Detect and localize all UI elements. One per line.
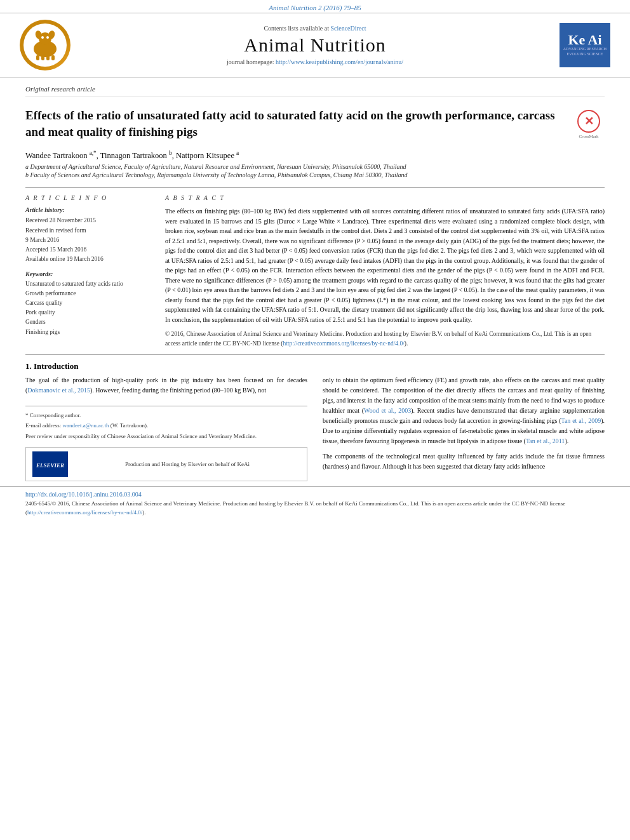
elsevier-logo: ELSEVIER	[32, 451, 68, 477]
svg-rect-8	[46, 55, 50, 60]
doi-link[interactable]: http://dx.doi.org/10.1016/j.aninu.2016.0…	[25, 491, 142, 498]
authors-line: Wandee Tartrakoon a,*, Tinnagon Tartrako…	[25, 150, 605, 161]
title-section: Effects of the ratio of unsaturated fatt…	[25, 102, 605, 145]
intro-section: 1. Introduction The goal of the producti…	[25, 361, 605, 482]
journal-header-center: Contents lists available at ScienceDirec…	[80, 25, 550, 65]
journal-name: Animal Nutrition	[80, 34, 550, 56]
ref-dokmanovic[interactable]: Dokmanovic et al., 2015	[27, 387, 90, 394]
keai-logo: Ke Ai ADVANCING RESEARCHEVOLVING SCIENCE	[560, 23, 610, 67]
keai-logo-text: Ke Ai	[568, 33, 601, 47]
footnote-peer-review: Peer review under responsibility of Chin…	[25, 432, 307, 441]
keyword-6: Finishing pigs	[25, 328, 152, 337]
contents-label: Contents lists available at ScienceDirec…	[80, 25, 550, 32]
available-date: Available online 19 March 2016	[25, 255, 152, 263]
journal-header: Contents lists available at ScienceDirec…	[0, 13, 630, 77]
intro-para-right-2: The components of the technological meat…	[323, 451, 605, 472]
page-wrapper: Animal Nutrition 2 (2016) 79–85	[0, 0, 630, 519]
elsevier-box: ELSEVIER Production and Hosting by Elsev…	[25, 447, 307, 481]
affiliation-b: b Faculty of Sciences and Agricultural T…	[25, 171, 605, 178]
journal-logo-circle	[20, 20, 70, 70]
journal-homepage: journal homepage: http://www.keaipublish…	[80, 58, 550, 65]
article-info-abstract: A R T I C L E I N F O Article history: R…	[25, 187, 605, 355]
crossmark-label: CrossMark	[579, 134, 598, 139]
bottom-cc-link[interactable]: http://creativecommons.org/licenses/by-n…	[27, 509, 142, 516]
keai-tagline: ADVANCING RESEARCHEVOLVING SCIENCE	[563, 47, 607, 57]
journal-animal-icon	[29, 29, 62, 62]
article-info-col: A R T I C L E I N F O Article history: R…	[25, 194, 152, 348]
crossmark-icon: ✕	[577, 110, 600, 133]
article-content: Original research article Effects of the…	[0, 77, 630, 481]
crossmark-area: ✕ CrossMark	[573, 110, 605, 139]
keyword-2: Growth performance	[25, 289, 152, 298]
footnote-area: * Corresponding author. E-mail address: …	[25, 406, 307, 441]
elsevier-logo-svg: ELSEVIER	[34, 452, 66, 476]
ref-tan-2011[interactable]: Tan et al., 2011	[526, 437, 565, 444]
article-title: Effects of the ratio of unsaturated fatt…	[25, 107, 566, 140]
footnote-corresponding: * Corresponding author.	[25, 411, 307, 420]
article-info-header: A R T I C L E I N F O	[25, 194, 152, 201]
section-number: 1. Introduction	[25, 361, 605, 371]
sciencedirect-link[interactable]: ScienceDirect	[330, 25, 366, 32]
bottom-bar: http://dx.doi.org/10.1016/j.aninu.2016.0…	[0, 486, 630, 519]
footnote-email-address[interactable]: wandeet.a@nu.ac.th	[62, 422, 109, 429]
affiliation-a: a Department of Agricultural Science, Fa…	[25, 163, 605, 170]
abstract-text: The effects on finishing pigs (80–100 kg…	[165, 206, 605, 324]
intro-two-col: The goal of the production of high-quali…	[25, 375, 605, 482]
author-wandee: Wandee Tartrakoon a,*, Tinnagon Tartrako…	[25, 151, 239, 160]
keywords-title: Keywords:	[25, 270, 152, 277]
keyword-5: Genders	[25, 317, 152, 327]
keyword-3: Carcass quality	[25, 298, 152, 308]
cc-license-link[interactable]: http://creativecommons.org/licenses/by-n…	[283, 340, 404, 347]
journal-logo-inner	[23, 23, 67, 67]
footnote-email: E-mail address: wandeet.a@nu.ac.th (W. T…	[25, 422, 307, 430]
accepted-date: Accepted 15 March 2016	[25, 245, 152, 254]
journal-logo-left	[10, 20, 80, 70]
svg-rect-9	[51, 55, 55, 60]
svg-rect-6	[36, 55, 39, 60]
received-revised-label: Received in revised form	[25, 226, 152, 235]
revised-date: 9 March 2016	[25, 236, 152, 244]
copyright-close: ).	[405, 340, 408, 347]
intro-para-right-1: only to obtain the optimum feed efficien…	[323, 375, 605, 446]
doi-line: http://dx.doi.org/10.1016/j.aninu.2016.0…	[25, 491, 605, 498]
elsevier-text: Production and Hosting by Elsevier on be…	[74, 461, 300, 467]
intro-para-left: The goal of the production of high-quali…	[25, 375, 307, 396]
issn-line: 2405-6545/© 2016, Chinese Association of…	[25, 500, 605, 517]
keyword-4: Pork quality	[25, 308, 152, 317]
svg-point-4	[41, 36, 44, 39]
homepage-link[interactable]: http://www.keaipublishing.com/en/journal…	[276, 58, 403, 65]
intro-col-right: only to obtain the optimum feed efficien…	[323, 375, 605, 482]
svg-rect-7	[41, 55, 44, 60]
issn-close: ).	[142, 509, 145, 516]
ref-tan-2009[interactable]: Tan et al., 2009	[561, 417, 601, 424]
intro-col-left: The goal of the production of high-quali…	[25, 375, 307, 482]
ref-wood[interactable]: Wood et al., 2003	[364, 407, 411, 414]
keywords-section: Keywords: Unsaturated to saturated fatty…	[25, 270, 152, 337]
abstract-copyright: © 2016, Chinese Association of Animal Sc…	[165, 330, 605, 348]
journal-ref-bar: Animal Nutrition 2 (2016) 79–85	[0, 0, 630, 13]
journal-reference: Animal Nutrition 2 (2016) 79–85	[269, 4, 361, 11]
received-date: Received 28 November 2015	[25, 216, 152, 225]
article-type: Original research article	[25, 77, 605, 97]
abstract-header: A B S T R A C T	[165, 194, 605, 201]
history-title: Article history:	[25, 206, 152, 213]
keyword-1: Unsaturated to saturated fatty acids rat…	[25, 279, 152, 289]
svg-text:ELSEVIER: ELSEVIER	[36, 462, 64, 469]
svg-point-5	[46, 36, 49, 39]
abstract-col: A B S T R A C T The effects on finishing…	[165, 194, 605, 348]
keai-logo-area: Ke Ai ADVANCING RESEARCHEVOLVING SCIENCE	[550, 23, 620, 67]
